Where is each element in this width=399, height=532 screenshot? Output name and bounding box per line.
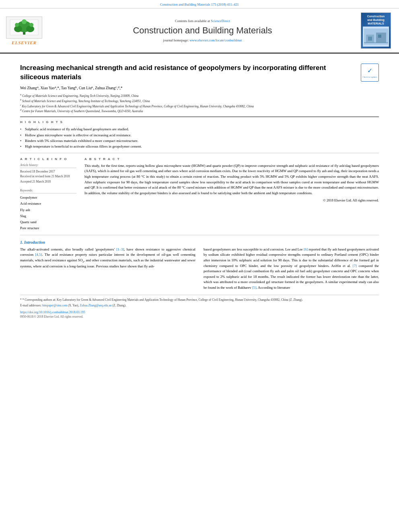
top-citation-bar: Construction and Building Materials 175 … <box>0 0 399 8</box>
introduction-section: 1. Introduction The alkali-activated cem… <box>20 240 379 291</box>
highlights-list: Sulphuric acid resistance of fly ash/sla… <box>20 126 379 150</box>
affiliation-a: a College of Materials Science and Engin… <box>20 93 379 98</box>
ref-7-link[interactable]: [7] <box>353 264 357 268</box>
article-history: Article history: Received 18 December 20… <box>20 163 76 185</box>
article-title-section: Increasing mechanical strength and acid … <box>20 60 379 82</box>
doi-link-line: https://doi.org/10.1016/j.conbuildmat.20… <box>20 310 379 314</box>
keywords-section: Keywords: Geopolymer Acid resistance Fly… <box>20 189 76 232</box>
affiliation-b: b School of Materials Science and Engine… <box>20 98 379 103</box>
check-updates-icon: ✓ <box>367 67 372 75</box>
ref-4-5-link[interactable]: [4,5] <box>35 253 42 257</box>
abstract-column: A B S T R A C T This study, for the firs… <box>84 157 379 232</box>
keyword-5: Quartz sand <box>20 219 76 225</box>
abstract-text: This study, for the first time, reports … <box>84 163 379 196</box>
svg-rect-12 <box>378 35 381 38</box>
ref-1-3-link[interactable]: [1–3] <box>116 247 124 251</box>
elsevier-brand-text: ELSEVIER <box>12 40 37 45</box>
revised-date: Received in revised form 21 March 2018 <box>20 174 76 179</box>
intro-heading: 1. Introduction <box>20 240 379 244</box>
svg-point-5 <box>15 23 19 27</box>
article-info-label: A R T I C L E I N F O <box>20 157 76 161</box>
authors-line: Wei Zhangᵃ, Xiao Yaoᵃ,*, Tao Yangᵇ, Cun … <box>20 85 379 91</box>
affiliation-c: c Key Laboratory for Green & Advanced Ci… <box>20 103 379 109</box>
intro-two-col: The alkali-activated cements, also broad… <box>20 247 379 291</box>
keyword-6: Pore structure <box>20 225 76 231</box>
received-date: Received 18 December 2017 <box>20 169 76 175</box>
svg-rect-11 <box>368 37 372 41</box>
email2-link[interactable]: Zuhua.Zhang@usq.edu.au <box>80 304 111 307</box>
journal-center-info: Contents lists available at ScienceDirec… <box>44 19 361 42</box>
svg-point-6 <box>29 23 33 27</box>
journal-url-link[interactable]: www.elsevier.com/locate/conbuildmat <box>189 38 242 42</box>
divider-after-highlights <box>20 153 379 153</box>
authors-text: Wei Zhangᵃ, Xiao Yaoᵃ,*, Tao Yangᵇ, Cun … <box>20 86 123 90</box>
affiliation-d: d Centre for Future Materials, Universit… <box>20 108 379 113</box>
divider-before-intro <box>20 235 379 235</box>
abstract-copyright: © 2018 Elsevier Ltd. All rights reserved… <box>84 198 379 202</box>
article-info-column: A R T I C L E I N F O Article history: R… <box>20 157 76 232</box>
journal-cover-image: Constructionand BuildingMATERIALS <box>361 12 391 49</box>
elsevier-logo: ELSEVIER <box>4 16 44 45</box>
keyword-2: Acid resistance <box>20 201 76 207</box>
bottom-links: https://doi.org/10.1016/j.conbuildmat.20… <box>20 310 379 318</box>
info-abstract-two-col: A R T I C L E I N F O Article history: R… <box>20 157 379 232</box>
keywords-label: Keywords: <box>20 189 76 193</box>
check-updates-text: Check for updates <box>362 76 377 79</box>
keywords-list: Geopolymer Acid resistance Fly ash Slag … <box>20 195 76 232</box>
article-title: Increasing mechanical strength and acid … <box>20 64 361 82</box>
ref-6-link[interactable]: [6] <box>304 247 308 251</box>
ref-5-link[interactable]: [5] <box>252 286 256 290</box>
highlight-item-3: Binders with 5% siliceous materials exhi… <box>20 138 379 144</box>
intro-left-col: The alkali-activated cements, also broad… <box>20 247 195 291</box>
keyword-4: Slag <box>20 213 76 219</box>
highlight-item-2: Hollow glass microsphere waste is effect… <box>20 132 379 138</box>
keyword-1: Geopolymer <box>20 195 76 201</box>
journal-header: ELSEVIER Contents lists available at Sci… <box>0 8 399 53</box>
highlights-section: H I G H L I G H T S Sulphuric acid resis… <box>20 120 379 150</box>
intro-right-col: based geopolymers are less susceptible t… <box>204 247 379 291</box>
issn-line: 0950-0618/© 2018 Elsevier Ltd. All right… <box>20 315 379 318</box>
main-content: Increasing mechanical strength and acid … <box>0 53 399 325</box>
highlight-item-1: Sulphuric acid resistance of fly ash/sla… <box>20 126 379 132</box>
highlights-label: H I G H L I G H T S <box>20 120 379 124</box>
elsevier-logo-image <box>6 16 42 39</box>
journal-homepage-line: journal homepage: www.elsevier.com/locat… <box>52 38 353 42</box>
svg-point-7 <box>22 19 27 24</box>
footnotes: * * Corresponding authors at: Key Labora… <box>20 295 379 308</box>
divider-after-affiliations <box>20 117 379 117</box>
history-label: Article history: <box>20 163 76 168</box>
page: Construction and Building Materials 175 … <box>0 0 399 532</box>
journal-title: Construction and Building Materials <box>52 25 353 36</box>
check-updates-badge: ✓ Check for updates <box>361 64 379 82</box>
contents-available-line: Contents lists available at ScienceDirec… <box>52 19 353 23</box>
sciencedirect-link[interactable]: ScienceDirect <box>211 19 230 23</box>
highlight-item-4: High temperature is beneficial to activa… <box>20 144 379 149</box>
abstract-label: A B S T R A C T <box>84 157 379 161</box>
accepted-date: Accepted 21 March 2018 <box>20 179 76 185</box>
journal-citation-text: Construction and Building Materials 175 … <box>160 2 239 6</box>
email-line: E-mail addresses: htmpaper@sina.com (X. … <box>20 303 379 308</box>
cover-title-text: Constructionand BuildingMATERIALS <box>367 14 385 25</box>
cover-image-area <box>363 27 389 47</box>
svg-point-4 <box>26 26 34 32</box>
affiliations: a College of Materials Science and Engin… <box>20 93 379 113</box>
keyword-3: Fly ash <box>20 207 76 213</box>
email1-link[interactable]: htmpaper@sina.com <box>42 304 67 307</box>
corresponding-note: * * Corresponding authors at: Key Labora… <box>20 298 379 302</box>
doi-link[interactable]: https://doi.org/10.1016/j.conbuildmat.20… <box>20 310 85 314</box>
intro-right-text: based geopolymers are less susceptible t… <box>204 247 379 291</box>
svg-point-3 <box>14 26 22 32</box>
intro-left-text: The alkali-activated cements, also broad… <box>20 247 195 269</box>
